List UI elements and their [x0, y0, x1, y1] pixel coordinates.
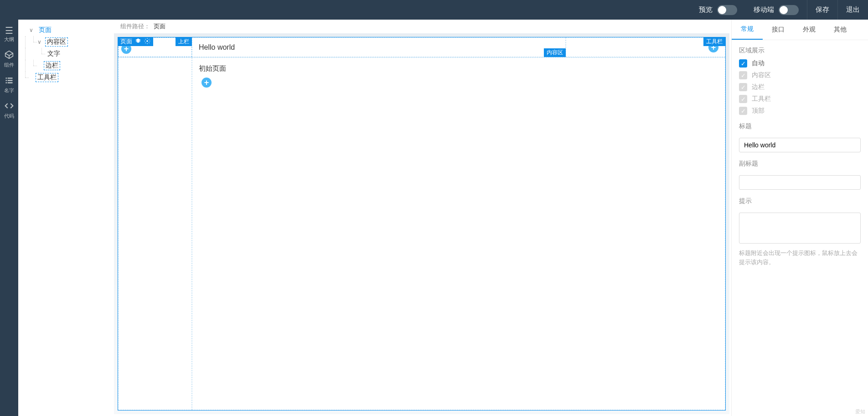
chevron-down-icon[interactable]: ∨	[29, 27, 36, 33]
topbar: 预览 移动端 保存 退出	[0, 0, 868, 20]
list-icon	[0, 76, 18, 86]
sidebar-region-tag: 上栏	[176, 37, 192, 46]
checkbox-icon: ✓	[739, 107, 747, 115]
gear-icon[interactable]	[144, 38, 150, 46]
mobile-switch[interactable]	[779, 5, 799, 15]
svg-rect-5	[8, 82, 13, 83]
breadcrumb-path[interactable]: 页面	[154, 22, 165, 31]
outline-icon: ☰	[0, 26, 18, 35]
content-region-tag: 内容区	[544, 48, 566, 57]
left-sidebar: ☰ 大纲 组件 名字 代码	[0, 20, 18, 416]
props-tabs: 常规 接口 外观 其他	[732, 20, 868, 40]
checkbox-top[interactable]: ✓ 顶部	[739, 107, 861, 115]
region-display-title: 区域展示	[739, 47, 861, 55]
checkbox-icon: ✓	[739, 59, 747, 68]
checkbox-toolbar[interactable]: ✓ 工具栏	[739, 95, 861, 103]
svg-rect-1	[8, 78, 13, 79]
svg-rect-3	[8, 80, 13, 81]
tree-node-text[interactable]: 文字	[21, 48, 111, 60]
canvas[interactable]: 页面 上栏 + Hello world 内容	[114, 33, 729, 414]
checkbox-icon: ✓	[739, 71, 747, 79]
tab-appearance[interactable]: 外观	[794, 20, 825, 40]
tree-node-content-area[interactable]: ∨ 内容区	[21, 36, 111, 48]
title-input[interactable]	[739, 138, 861, 152]
tree-node-page[interactable]: ∨ 页面	[21, 24, 111, 36]
code-icon	[0, 101, 18, 112]
cube-icon	[0, 50, 18, 61]
checkbox-auto[interactable]: ✓ 自动	[739, 59, 861, 68]
names-nav[interactable]: 名字	[0, 73, 18, 97]
tab-general[interactable]: 常规	[732, 20, 763, 40]
add-button[interactable]: +	[202, 78, 212, 88]
svg-rect-2	[6, 80, 7, 81]
layers-icon[interactable]	[135, 38, 141, 46]
breadcrumb: 组件路径： 页面	[114, 20, 731, 33]
tree-node-sidebar[interactable]: 边栏	[21, 60, 111, 72]
hint-help-text: 标题附近会出现一个提示图标，鼠标放上去会提示该内容。	[739, 249, 861, 266]
preview-label: 预览	[699, 5, 713, 14]
components-nav[interactable]: 组件	[0, 47, 18, 71]
mobile-toggle[interactable]: 移动端	[745, 0, 807, 20]
outline-panel: ∨ 页面 ∨ 内容区 文字 边栏 工具栏	[18, 20, 114, 416]
save-button[interactable]: 保存	[807, 0, 837, 20]
exit-button[interactable]: 退出	[837, 0, 868, 20]
page-container[interactable]: 页面 上栏 + Hello world 内容	[118, 37, 726, 411]
svg-rect-4	[6, 82, 7, 83]
hint-textarea[interactable]	[739, 213, 861, 244]
watermark: 爱知	[855, 408, 865, 415]
hint-field-label: 提示	[739, 197, 861, 205]
outline-nav[interactable]: ☰ 大纲	[0, 23, 18, 46]
code-nav[interactable]: 代码	[0, 99, 18, 122]
preview-toggle[interactable]: 预览	[691, 0, 745, 20]
tab-other[interactable]: 其他	[825, 20, 856, 40]
toolbar-region-tag: 工具栏	[703, 37, 725, 46]
checkbox-sidebar[interactable]: ✓ 边栏	[739, 83, 861, 91]
initial-page-text[interactable]: 初始页面	[199, 64, 718, 73]
page-title: Hello world	[199, 43, 235, 52]
preview-switch[interactable]	[717, 5, 737, 15]
header-toolbar-region[interactable]: 工具栏 +	[566, 37, 725, 57]
subtitle-input[interactable]	[739, 175, 861, 190]
checkbox-icon: ✓	[739, 95, 747, 103]
body-sidebar-region[interactable]	[118, 57, 192, 410]
properties-panel: 常规 接口 外观 其他 区域展示 ✓ 自动 ✓ 内容区 ✓ 边栏 ✓ 工具栏	[731, 20, 868, 416]
mobile-label: 移动端	[754, 5, 774, 14]
checkbox-content-area[interactable]: ✓ 内容区	[739, 71, 861, 79]
svg-point-6	[146, 40, 148, 42]
body-content-region[interactable]: 初始页面 +	[192, 57, 725, 410]
chevron-down-icon[interactable]: ∨	[37, 39, 44, 45]
subtitle-field-label: 副标题	[739, 160, 861, 168]
header-title-region[interactable]: Hello world 内容区	[192, 37, 566, 57]
canvas-wrapper: 组件路径： 页面 页面 上栏 +	[114, 20, 731, 416]
checkbox-icon: ✓	[739, 83, 747, 91]
svg-rect-0	[6, 78, 7, 79]
breadcrumb-label: 组件路径：	[120, 22, 150, 31]
page-selection-tag[interactable]: 页面	[118, 37, 153, 46]
title-field-label: 标题	[739, 122, 861, 130]
tab-interface[interactable]: 接口	[763, 20, 794, 40]
tree-node-toolbar[interactable]: 工具栏	[21, 72, 111, 83]
